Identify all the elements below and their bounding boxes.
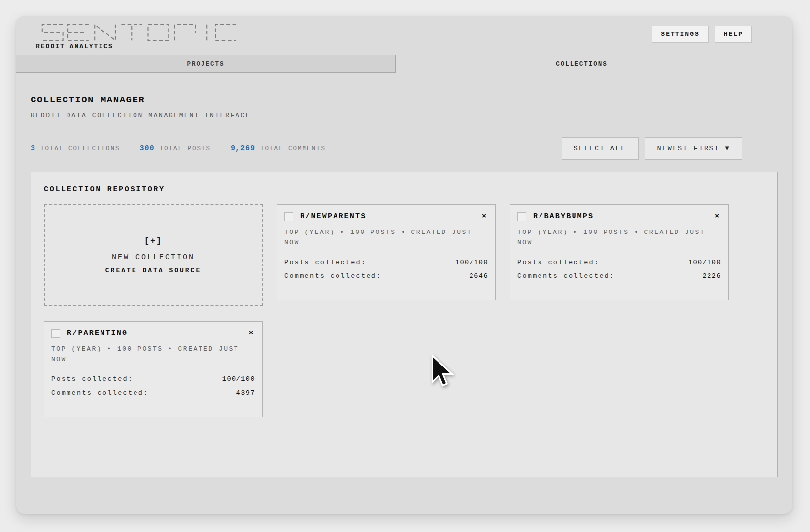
posts-collected-value: 100/100 xyxy=(688,259,721,266)
comments-collected-label: Comments collected: xyxy=(517,272,615,280)
tab-bar: PROJECTS COLLECTIONS xyxy=(16,55,792,73)
collection-stats: Posts collected: 100/100 Comments collec… xyxy=(517,259,721,280)
collection-stats: Posts collected: 100/100 Comments collec… xyxy=(284,259,488,280)
brand-subtitle: REDDIT ANALYTICS xyxy=(36,43,260,50)
app-window: REDDIT ANALYTICS SETTINGS HELP PROJECTS … xyxy=(16,16,792,514)
collection-card: R/PARENTING × TOP (YEAR) • 100 POSTS • C… xyxy=(44,321,263,417)
collection-name: R/NEWPARENTS xyxy=(300,212,480,221)
stat-total-posts-label: TOTAL POSTS xyxy=(160,145,211,152)
posts-collected-label: Posts collected: xyxy=(284,259,366,266)
collection-checkbox[interactable] xyxy=(51,329,60,338)
sort-dropdown[interactable]: NEWEST FIRST ▼ xyxy=(645,137,742,160)
posts-collected-row: Posts collected: 100/100 xyxy=(517,259,721,266)
stat-total-comments-label: TOTAL COMMENTS xyxy=(260,145,326,152)
stat-total-comments-value: 9,269 xyxy=(231,144,255,153)
comments-collected-label: Comments collected: xyxy=(51,389,149,397)
stats-toolbar-row: 3 TOTAL COLLECTIONS 300 TOTAL POSTS 9,26… xyxy=(31,137,778,160)
summary-stats: 3 TOTAL COLLECTIONS 300 TOTAL POSTS 9,26… xyxy=(31,144,326,153)
collection-name: R/BABYBUMPS xyxy=(533,212,713,221)
comments-collected-value: 2226 xyxy=(703,272,721,280)
new-collection-card[interactable]: [+] NEW COLLECTION CREATE DATA SOURCE xyxy=(44,204,263,306)
header-buttons: SETTINGS HELP xyxy=(652,26,752,43)
collection-meta: TOP (YEAR) • 100 POSTS • CREATED JUST NO… xyxy=(51,344,255,365)
app-header: REDDIT ANALYTICS SETTINGS HELP xyxy=(16,16,792,55)
page-title: COLLECTION MANAGER xyxy=(31,95,778,105)
collection-meta: TOP (YEAR) • 100 POSTS • CREATED JUST NO… xyxy=(517,228,721,248)
collection-meta: TOP (YEAR) • 100 POSTS • CREATED JUST NO… xyxy=(284,228,488,248)
comments-collected-value: 2646 xyxy=(470,272,488,280)
posts-collected-label: Posts collected: xyxy=(51,375,133,383)
close-icon[interactable]: × xyxy=(247,329,255,338)
posts-collected-value: 100/100 xyxy=(455,259,488,266)
posts-collected-row: Posts collected: 100/100 xyxy=(51,375,255,383)
comments-collected-row: Comments collected: 2226 xyxy=(517,272,721,280)
posts-collected-value: 100/100 xyxy=(222,375,255,383)
comments-collected-label: Comments collected: xyxy=(284,272,382,280)
posts-collected-row: Posts collected: 100/100 xyxy=(284,259,488,266)
stat-total-collections: 3 TOTAL COLLECTIONS xyxy=(31,144,120,153)
card-header: R/PARENTING × xyxy=(51,329,255,338)
stat-total-collections-value: 3 xyxy=(31,144,35,153)
new-collection-subtitle: CREATE DATA SOURCE xyxy=(105,267,201,274)
comments-collected-row: Comments collected: 4397 xyxy=(51,389,255,397)
select-all-button[interactable]: SELECT ALL xyxy=(562,137,639,160)
collection-name: R/PARENTING xyxy=(67,329,247,337)
comments-collected-value: 4397 xyxy=(236,389,255,397)
collection-stats: Posts collected: 100/100 Comments collec… xyxy=(51,375,255,397)
settings-button[interactable]: SETTINGS xyxy=(652,26,708,43)
stat-total-posts-value: 300 xyxy=(140,144,155,153)
help-button[interactable]: HELP xyxy=(715,26,752,43)
card-header: R/NEWPARENTS × xyxy=(284,212,488,221)
stat-total-posts: 300 TOTAL POSTS xyxy=(140,144,211,153)
close-icon[interactable]: × xyxy=(480,212,488,221)
card-header: R/BABYBUMPS × xyxy=(517,212,721,221)
tabbar-spacer xyxy=(768,55,792,73)
stat-total-comments: 9,269 TOTAL COMMENTS xyxy=(231,144,326,153)
collection-card: R/BABYBUMPS × TOP (YEAR) • 100 POSTS • C… xyxy=(510,204,729,300)
collection-grid: [+] NEW COLLECTION CREATE DATA SOURCE R/… xyxy=(44,204,765,417)
brand-block: REDDIT ANALYTICS xyxy=(36,23,260,50)
repository-title: COLLECTION REPOSITORY xyxy=(44,185,765,194)
collection-checkbox[interactable] xyxy=(284,212,293,221)
posts-collected-label: Posts collected: xyxy=(517,259,599,266)
plus-icon: [+] xyxy=(144,236,163,246)
sentopic-logo xyxy=(36,23,260,42)
collection-checkbox[interactable] xyxy=(517,212,526,221)
page-subtitle: REDDIT DATA COLLECTION MANAGEMENT INTERF… xyxy=(31,112,778,119)
collection-repository-panel: COLLECTION REPOSITORY [+] NEW COLLECTION… xyxy=(31,172,778,477)
tab-collections[interactable]: COLLECTIONS xyxy=(396,55,768,73)
main-content: COLLECTION MANAGER REDDIT DATA COLLECTIO… xyxy=(16,95,792,477)
stat-total-collections-label: TOTAL COLLECTIONS xyxy=(40,145,120,152)
new-collection-title: NEW COLLECTION xyxy=(112,253,195,262)
toolbar: SELECT ALL NEWEST FIRST ▼ xyxy=(562,137,742,160)
collection-card: R/NEWPARENTS × TOP (YEAR) • 100 POSTS • … xyxy=(277,204,496,300)
close-icon[interactable]: × xyxy=(713,212,721,221)
comments-collected-row: Comments collected: 2646 xyxy=(284,272,488,280)
tab-projects[interactable]: PROJECTS xyxy=(16,55,396,73)
